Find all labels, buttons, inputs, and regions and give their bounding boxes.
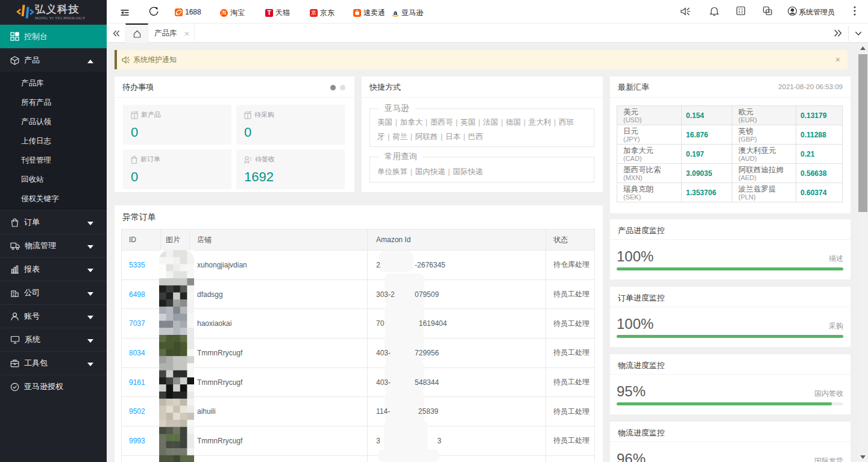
svg-text:a: a bbox=[394, 9, 398, 16]
